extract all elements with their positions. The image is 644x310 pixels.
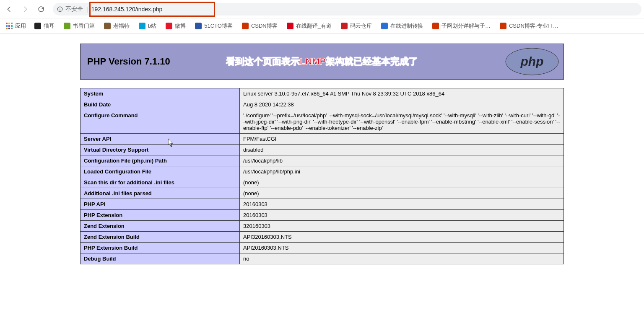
bookmark-item[interactable]: 在线翻译_有道 [283,22,335,30]
table-row: Build DateAug 8 2020 14:22:38 [80,99,564,110]
row-value: API20160303,NTS [240,243,564,253]
annotation-banner: 看到这个页面表示LNMP架构就已经基本完成了 [226,55,418,68]
bookmark-favicon [242,23,249,29]
arrow-right-icon [21,5,29,13]
page-title: PHP Version 7.1.10 [87,56,170,67]
row-key: Virtual Directory Support [80,145,240,155]
row-key: Configuration File (php.ini) Path [80,155,240,166]
bookmark-item[interactable]: 子网划分详解与子… [429,22,494,30]
bookmark-label: CSDN博客 [251,22,278,30]
table-row: Loaded Configuration File/usr/local/php/… [80,166,564,177]
table-row: PHP API20160303 [80,199,564,210]
bookmark-label: 子网划分详解与子… [441,22,491,30]
bookmark-favicon [341,23,348,29]
row-key: Additional .ini files parsed [80,188,240,199]
row-key: Debug Build [80,253,240,264]
bookmark-favicon [34,23,41,29]
address-separator: | [86,6,88,13]
bookmark-label: b站 [148,22,156,30]
row-key: Zend Extension Build [80,232,240,243]
table-row: Scan this dir for additional .ini files(… [80,177,564,188]
bookmark-favicon [381,23,388,29]
bookmark-label: 码云仓库 [350,22,372,30]
address-bar[interactable]: 不安全 | 192.168.245.120/index.php [53,3,641,16]
info-icon [57,6,63,12]
forward-button[interactable] [18,3,32,16]
reload-icon [37,5,45,13]
svg-text:php: php [520,54,544,68]
row-value: API320160303,NTS [240,232,564,243]
row-value: (none) [240,188,564,199]
phpinfo-header: PHP Version 7.1.10 看到这个页面表示LNMP架构就已经基本完成… [80,44,564,80]
table-row: SystemLinux server 3.10.0-957.el7.x86_64… [80,88,564,99]
row-value: Linux server 3.10.0-957.el7.x86_64 #1 SM… [240,88,564,99]
bookmark-favicon [64,23,70,29]
table-row: Zend Extension320160303 [80,221,564,232]
table-row: Debug Buildno [80,253,564,264]
security-status: 不安全 [57,5,83,13]
bookmark-item[interactable]: CSDN博客-专业IT… [496,22,562,30]
table-row: Server APIFPM/FastCGI [80,134,564,145]
url-text: 192.168.245.120/index.php [91,6,163,13]
row-key: PHP Extension [80,210,240,221]
row-key: Server API [80,134,240,145]
row-value: /usr/local/php/lib/php.ini [240,166,564,177]
bookmark-label: 微博 [175,22,186,30]
row-value: 320160303 [240,221,564,232]
table-row: PHP Extension20160303 [80,210,564,221]
php-logo: php [505,47,559,76]
table-row: PHP Extension BuildAPI20160303,NTS [80,243,564,253]
bookmarks-bar: 应用 猫耳书香门第老福特b站微博51CTO博客CSDN博客在线翻译_有道码云仓库… [0,18,644,34]
row-key: System [80,88,240,99]
bookmark-favicon [195,23,202,29]
bookmark-favicon [432,23,439,29]
table-row: Configuration File (php.ini) Path/usr/lo… [80,155,564,166]
bookmark-label: 在线翻译_有道 [296,22,332,30]
bookmark-favicon [500,23,506,29]
bookmark-label: 51CTO博客 [204,22,233,30]
row-key: Build Date [80,99,240,110]
row-key: PHP Extension Build [80,243,240,253]
php-logo-icon: php [505,47,559,76]
row-value: (none) [240,177,564,188]
bookmark-item[interactable]: 微博 [162,22,189,30]
table-row: Virtual Directory Supportdisabled [80,145,564,155]
bookmark-item[interactable]: 51CTO博客 [192,22,236,30]
row-key: Scan this dir for additional .ini files [80,177,240,188]
bookmark-item[interactable]: 在线进制转换 [378,22,426,30]
row-value: 20160303 [240,199,564,210]
bookmark-label: 老福特 [113,22,130,30]
table-row: Additional .ini files parsed(none) [80,188,564,199]
bookmark-label: CSDN博客-专业IT… [509,22,558,30]
row-value: './configure' '--prefix=/usr/local/php' … [240,110,564,134]
phpinfo-page: PHP Version 7.1.10 看到这个页面表示LNMP架构就已经基本完成… [80,44,564,264]
apps-label: 应用 [15,22,26,30]
phpinfo-table: SystemLinux server 3.10.0-957.el7.x86_64… [80,88,564,264]
row-key: Zend Extension [80,221,240,232]
reload-button[interactable] [34,3,48,16]
bookmark-item[interactable]: 老福特 [101,22,133,30]
bookmark-item[interactable]: CSDN博客 [239,22,281,30]
back-button[interactable] [3,3,16,16]
table-row: Zend Extension BuildAPI320160303,NTS [80,232,564,243]
row-key: PHP API [80,199,240,210]
bookmark-item[interactable]: 猫耳 [31,22,58,30]
row-value: /usr/local/php/lib [240,155,564,166]
bookmark-favicon [287,23,293,29]
row-key: Loaded Configuration File [80,166,240,177]
row-value: disabled [240,145,564,155]
table-row: Configure Command'./configure' '--prefix… [80,110,564,134]
bookmark-item[interactable]: 码云仓库 [338,22,375,30]
row-value: FPM/FastCGI [240,134,564,145]
bookmark-item[interactable]: 书香门第 [60,22,98,30]
bookmark-label: 书香门第 [73,22,95,30]
security-label: 不安全 [65,5,83,13]
apps-button[interactable]: 应用 [3,22,29,30]
bookmark-item[interactable]: b站 [135,22,160,30]
apps-grid-icon [6,23,13,29]
row-value: Aug 8 2020 14:22:38 [240,99,564,110]
row-key: Configure Command [80,110,240,134]
row-value: 20160303 [240,210,564,221]
browser-toolbar: 不安全 | 192.168.245.120/index.php [0,0,644,18]
bookmark-favicon [104,23,111,29]
